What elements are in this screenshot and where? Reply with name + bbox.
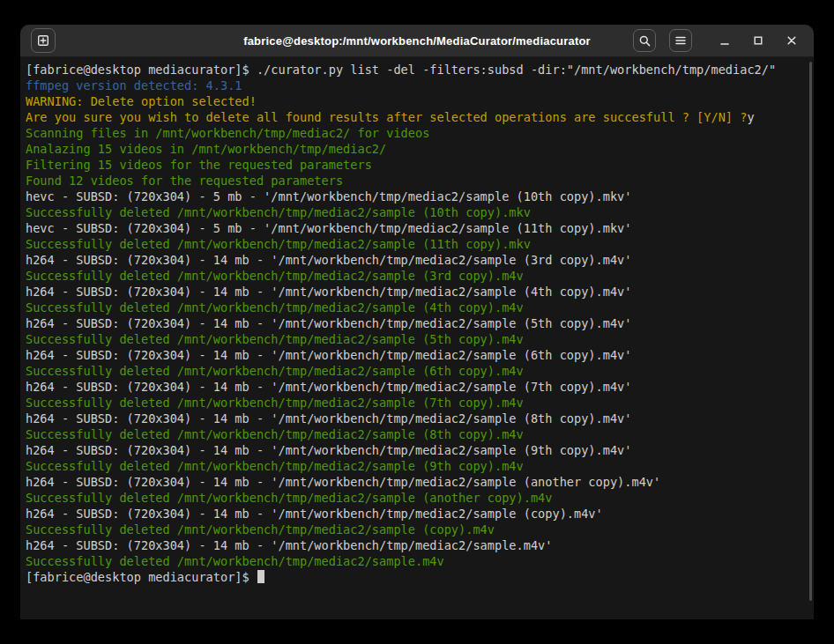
new-tab-button[interactable] <box>31 28 56 53</box>
close-button[interactable] <box>782 31 801 50</box>
terminal-line: Successfully deleted /mnt/workbench/tmp/… <box>26 395 808 411</box>
terminal-line: h264 - SUBSD: (720x304) - 14 mb - '/mnt/… <box>26 379 808 395</box>
hamburger-icon <box>674 34 687 47</box>
terminal-line: Filtering 15 videos for the requested pa… <box>26 157 808 173</box>
terminal-cursor <box>257 570 264 583</box>
terminal-line: h264 - SUBSD: (720x304) - 14 mb - '/mnt/… <box>26 537 808 553</box>
terminal-line: h264 - SUBSD: (720x304) - 14 mb - '/mnt/… <box>26 474 808 490</box>
close-icon <box>786 34 798 47</box>
maximize-icon <box>752 34 764 47</box>
terminal-line: hevc - SUBSD: (720x304) - 5 mb - '/mnt/w… <box>26 189 808 204</box>
minimize-button[interactable] <box>715 31 734 50</box>
terminal-line: Successfully deleted /mnt/workbench/tmp/… <box>26 522 808 537</box>
terminal-line: Successfully deleted /mnt/workbench/tmp/… <box>26 490 808 506</box>
terminal-line: h264 - SUBSD: (720x304) - 14 mb - '/mnt/… <box>26 284 808 300</box>
terminal-line: hevc - SUBSD: (720x304) - 5 mb - '/mnt/w… <box>26 220 808 236</box>
minimize-icon <box>719 34 731 47</box>
terminal-line: Successfully deleted /mnt/workbench/tmp/… <box>26 553 808 569</box>
terminal-line: WARNING: Delete option selected! <box>26 93 808 109</box>
terminal-line: Successfully deleted /mnt/workbench/tmp/… <box>26 236 808 252</box>
maximize-button[interactable] <box>748 31 768 50</box>
terminal-line: Successfully deleted /mnt/workbench/tmp/… <box>26 426 808 442</box>
new-tab-icon <box>36 33 50 48</box>
terminal-line: Found 12 videos for the requested parame… <box>26 173 808 189</box>
terminal-line: Successfully deleted /mnt/workbench/tmp/… <box>26 458 808 474</box>
terminal-line: h264 - SUBSD: (720x304) - 14 mb - '/mnt/… <box>26 315 808 331</box>
terminal-line: h264 - SUBSD: (720x304) - 14 mb - '/mnt/… <box>26 252 808 268</box>
terminal-line: ffmpeg version detected: 4.3.1 <box>26 78 808 93</box>
terminal-line: [fabrice@desktop mediacurator]$ <box>26 569 808 585</box>
search-button[interactable] <box>633 29 656 52</box>
terminal-line: Successfully deleted /mnt/workbench/tmp/… <box>26 300 808 315</box>
terminal-line: Are you sure you wish to delete all foun… <box>26 109 808 125</box>
terminal-window: fabrice@desktop:/mnt/workbench/MediaCura… <box>20 25 814 619</box>
menu-button[interactable] <box>669 29 692 52</box>
titlebar-controls <box>633 29 801 52</box>
terminal-line: Successfully deleted /mnt/workbench/tmp/… <box>26 363 808 379</box>
scrollbar-thumb[interactable] <box>809 62 812 601</box>
terminal-line: h264 - SUBSD: (720x304) - 14 mb - '/mnt/… <box>26 411 808 426</box>
terminal-line: Analazing 15 videos in /mnt/workbench/tm… <box>26 141 808 157</box>
terminal-line: h264 - SUBSD: (720x304) - 14 mb - '/mnt/… <box>26 506 808 522</box>
terminal-line: Successfully deleted /mnt/workbench/tmp/… <box>26 204 808 220</box>
scrollbar[interactable] <box>808 60 813 617</box>
terminal-line: Successfully deleted /mnt/workbench/tmp/… <box>26 268 808 284</box>
terminal-line: [fabrice@desktop mediacurator]$ ./curato… <box>26 62 808 78</box>
terminal-line: h264 - SUBSD: (720x304) - 14 mb - '/mnt/… <box>26 347 808 363</box>
terminal-line: Successfully deleted /mnt/workbench/tmp/… <box>26 331 808 347</box>
terminal-output[interactable]: [fabrice@desktop mediacurator]$ ./curato… <box>20 57 814 619</box>
terminal-line: h264 - SUBSD: (720x304) - 14 mb - '/mnt/… <box>26 442 808 458</box>
terminal-line: Scanning files in /mnt/workbench/tmp/med… <box>26 125 808 141</box>
titlebar[interactable]: fabrice@desktop:/mnt/workbench/MediaCura… <box>20 25 814 57</box>
search-icon <box>638 34 652 48</box>
